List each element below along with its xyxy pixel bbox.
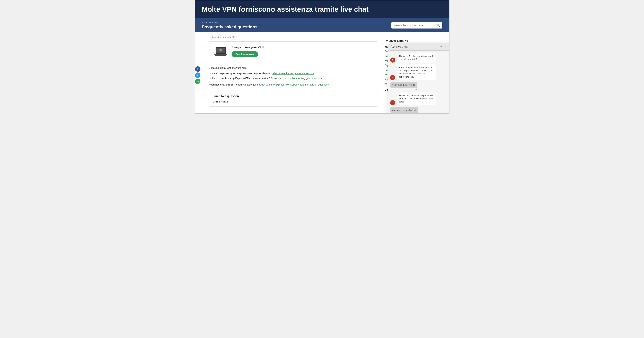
search-box: 🔍 [392,22,442,28]
search-input[interactable] [394,24,436,27]
breadcrumb: Troubleshooting [202,21,258,24]
promo-title: 5 ways to use your VPN [232,46,264,49]
hero-banner: Molte VPN forniscono assistenza tramite … [195,0,449,18]
content-area: f t ✉ Last updated: March 5, 2021 [195,32,449,113]
svg-point-3 [220,50,221,50]
sub-header-left: Troubleshooting Frequently asked questio… [202,21,258,29]
last-updated: Last updated: March 5, 2021 [208,36,378,38]
chat-close-button[interactable]: ✕ [444,45,446,48]
contact-support-link[interactable]: get in touch with the ExpressVPN Support… [252,83,329,86]
list-item: Have trouble using ExpressVPN on your de… [212,76,378,80]
email-icon: ✉ [197,80,199,83]
agent-avatar: E [390,75,395,80]
chat-message-row: E Thanks for contacting ExpressVPN Suppo… [390,92,447,105]
sidebar-title: Related Articles [384,39,442,43]
troubleshooting-guides-link[interactable]: Please see the troubleshooting guides se… [271,77,322,80]
bold-text: setting up ExpressVPN on your device? [224,72,272,75]
bullet-list: Need help setting up ExpressVPN on your … [212,72,378,80]
live-chat-support-text: Need live chat support? You can also get… [208,83,378,87]
live-chat-bold: Need live chat support? [208,83,237,86]
page-title: Frequently asked questions [202,25,258,29]
vpn-basics-label: VPN BASICS [213,100,374,103]
chat-header-left: 💬 Live Chat [391,45,408,48]
chat-controls: − ✕ [440,45,446,48]
chat-title: Live Chat [396,45,408,48]
sub-header: Troubleshooting Frequently asked questio… [195,18,449,32]
chat-message-row: E Thank you! Is there anything else I ca… [390,53,447,63]
social-icons: f t ✉ [195,66,200,84]
facebook-icon: f [198,68,198,70]
chat-message-row: do I just hit end chat or? Me [390,107,447,114]
promo-card: 5 ways to use your VPN See Them Now [208,41,378,62]
hero-title: Molte VPN forniscono assistenza tramite … [202,5,442,13]
user-message-bubble: do I just hit end chat or? [390,107,418,113]
main-content: Last updated: March 5, 2021 [202,36,378,107]
agent-avatar: E [390,57,395,63]
bold-text: trouble using ExpressVPN on your device? [219,77,270,80]
chat-minimize-button[interactable]: − [440,45,442,48]
promo-icon [214,46,228,57]
jump-title: Jump to a question [213,95,374,98]
list-item: Need help setting up ExpressVPN on your … [212,72,378,75]
intro-text: Got a question? Get answers here! [208,66,378,69]
chat-message-row: yeah sure thing, will do Me [390,82,447,91]
agent-avatar: E [390,100,395,105]
agent-message-bubble: Thank you! Is there anything else I can … [397,53,436,63]
message-meta: Me [390,89,417,91]
promo-button[interactable]: See Them Now [232,51,258,57]
email-share-button[interactable]: ✉ [195,79,200,84]
chat-messages: E Thank you! Is there anything else I ca… [388,51,449,114]
laptop-svg [214,46,228,57]
agent-message-bubble: Thanks for contacting ExpressVPN Support… [397,92,436,105]
search-icon[interactable]: 🔍 [436,23,440,27]
agent-message-bubble: You too! If you have some time to take a… [397,64,436,80]
setup-tutorials-link[interactable]: Please see the setup tutorials section [272,72,314,75]
twitter-icon: t [198,74,198,76]
chat-header: 💬 Live Chat − ✕ [388,43,449,51]
jump-section: Jump to a question VPN BASICS [208,91,378,107]
promo-text: 5 ways to use your VPN See Them Now [232,46,264,57]
user-message-bubble: yeah sure thing, will do [390,82,417,88]
chat-bubble-icon: 💬 [391,45,394,48]
twitter-share-button[interactable]: t [195,72,200,78]
facebook-share-button[interactable]: f [195,66,200,72]
chat-message-row: E You too! If you have some time to take… [390,64,447,80]
live-chat-panel: 💬 Live Chat − ✕ E Thank you! Is there an… [388,43,449,114]
